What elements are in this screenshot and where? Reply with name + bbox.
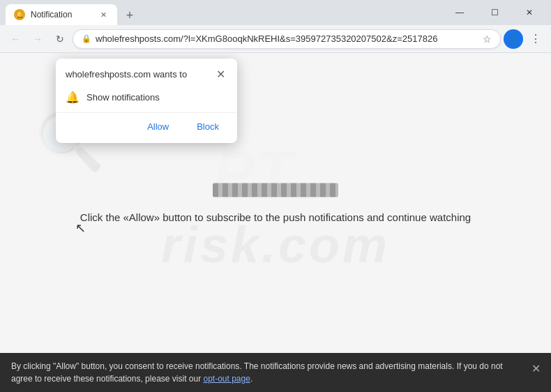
allow-button[interactable]: Allow <box>136 117 180 136</box>
popup-description: Show notifications <box>86 92 160 103</box>
active-tab[interactable]: 🔔 Notification ✕ <box>6 4 117 25</box>
block-button[interactable]: Block <box>186 117 230 136</box>
profile-button[interactable]: 👤 <box>504 29 523 49</box>
chrome-menu-button[interactable]: ⋮ <box>526 29 545 49</box>
new-tab-button[interactable]: + <box>120 6 139 25</box>
consent-close-button[interactable]: ✕ <box>529 361 543 375</box>
page-content: 🔍 PT risk.com Click the «Allow» button t… <box>0 53 551 353</box>
url-text: wholefreshposts.com/?l=XKmG8ooqkNkREHI&s… <box>96 33 478 44</box>
consent-bar: By clicking "Allow" button, you consent … <box>0 353 551 392</box>
popup-row: 🔔 Show notifications <box>56 86 237 112</box>
forward-button[interactable]: → <box>28 29 47 49</box>
video-area: Click the «Allow» button to subscribe to… <box>0 183 551 223</box>
title-bar: 🔔 Notification ✕ + — ☐ ✕ <box>0 0 551 25</box>
popup-close-button[interactable]: ✕ <box>213 67 227 81</box>
watermark-text: risk.com <box>161 216 390 273</box>
window-controls: — ☐ ✕ <box>444 0 545 25</box>
cta-text: Click the «Allow» button to subscribe to… <box>80 211 471 223</box>
bell-icon: 🔔 <box>66 91 80 104</box>
profile-icon: 👤 <box>508 33 520 45</box>
bookmark-star-icon[interactable]: ☆ <box>483 33 492 45</box>
progress-bar <box>213 183 338 197</box>
consent-text-before-link: By clicking "Allow" button, you consent … <box>11 361 503 384</box>
notification-popup: wholefreshposts.com wants to ✕ 🔔 Show no… <box>56 59 237 143</box>
tab-title: Notification <box>31 10 92 20</box>
tab-strip: 🔔 Notification ✕ + <box>6 0 444 25</box>
url-bar[interactable]: 🔒 wholefreshposts.com/?l=XKmG8ooqkNkREHI… <box>73 29 501 49</box>
popup-actions: Allow Block <box>56 112 237 143</box>
browser-window: 🔔 Notification ✕ + — ☐ ✕ ← → ↻ 🔒 wholefr… <box>0 0 551 392</box>
popup-title: wholefreshposts.com wants to <box>66 69 187 80</box>
address-bar: ← → ↻ 🔒 wholefreshposts.com/?l=XKmG8ooqk… <box>0 25 551 53</box>
back-button[interactable]: ← <box>6 29 25 49</box>
tab-close-button[interactable]: ✕ <box>98 9 109 20</box>
minimize-button[interactable]: — <box>444 0 476 25</box>
maximize-button[interactable]: ☐ <box>478 0 511 25</box>
consent-text: By clicking "Allow" button, you consent … <box>11 360 523 385</box>
close-window-button[interactable]: ✕ <box>513 0 545 25</box>
refresh-button[interactable]: ↻ <box>50 29 70 49</box>
opt-out-link[interactable]: opt-out page <box>203 374 250 384</box>
consent-text-after-link: . <box>250 374 252 384</box>
popup-header: wholefreshposts.com wants to ✕ <box>56 59 237 86</box>
tab-favicon: 🔔 <box>14 9 25 20</box>
lock-icon: 🔒 <box>82 34 91 43</box>
